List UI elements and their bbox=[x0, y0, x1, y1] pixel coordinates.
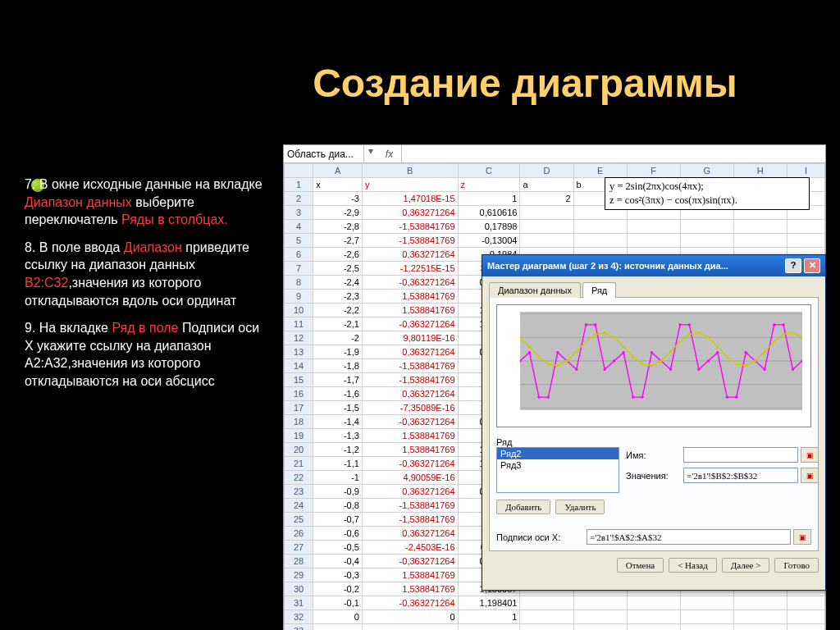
finish-button[interactable]: Готово bbox=[774, 558, 819, 573]
cell[interactable]: 1,538841769 bbox=[362, 304, 458, 317]
row-header[interactable]: 24 bbox=[285, 499, 313, 513]
cell[interactable]: -0,13004 bbox=[458, 234, 520, 248]
cell[interactable]: 9,80119E-16 bbox=[362, 331, 458, 345]
cell[interactable]: -2,5 bbox=[313, 262, 363, 276]
fx-label[interactable]: fx bbox=[377, 145, 402, 162]
cell[interactable]: -2,8 bbox=[313, 220, 363, 234]
cell[interactable]: 1,538841769 bbox=[362, 582, 458, 596]
cell[interactable]: 1 bbox=[458, 610, 520, 624]
cell[interactable]: 1,538841769 bbox=[362, 443, 458, 457]
cancel-button[interactable]: Отмена bbox=[617, 558, 664, 573]
row-header[interactable]: 15 bbox=[285, 373, 313, 387]
close-button[interactable]: ✕ bbox=[804, 258, 820, 273]
cell[interactable] bbox=[458, 624, 520, 631]
cell[interactable]: -0,363271264 bbox=[362, 555, 458, 568]
cell[interactable]: -0,363271264 bbox=[362, 276, 458, 290]
tab-data-range[interactable]: Диапазон данных bbox=[489, 282, 581, 298]
cell[interactable]: a bbox=[520, 178, 573, 192]
cell[interactable]: 1,538841769 bbox=[362, 568, 458, 582]
cell[interactable]: -1,538841769 bbox=[362, 513, 458, 527]
cell[interactable] bbox=[680, 596, 733, 610]
ref-select-icon[interactable]: ▣ bbox=[793, 529, 811, 545]
column-header[interactable]: C bbox=[458, 164, 520, 178]
cell[interactable] bbox=[787, 624, 824, 631]
cell[interactable] bbox=[680, 220, 733, 234]
cell[interactable]: -1,22515E-15 bbox=[362, 262, 458, 276]
row-header[interactable]: 21 bbox=[285, 457, 313, 471]
row-header[interactable]: 7 bbox=[285, 262, 313, 276]
cell[interactable] bbox=[627, 624, 680, 631]
remove-series-button[interactable]: Удалить bbox=[555, 500, 605, 514]
cell[interactable] bbox=[787, 596, 824, 610]
row-header[interactable]: 14 bbox=[285, 359, 313, 373]
row-header[interactable]: 17 bbox=[285, 401, 313, 415]
row-header[interactable]: 26 bbox=[285, 527, 313, 541]
cell[interactable] bbox=[520, 596, 573, 610]
cell[interactable]: -0,3 bbox=[313, 568, 363, 582]
cell[interactable] bbox=[733, 220, 787, 234]
cell[interactable]: -0,8 bbox=[313, 499, 363, 513]
cell[interactable] bbox=[733, 234, 787, 248]
cell[interactable]: -1,1 bbox=[313, 457, 363, 471]
row-header[interactable]: 3 bbox=[285, 206, 313, 220]
cell[interactable]: -2,2 bbox=[313, 304, 363, 317]
cell[interactable]: 1 bbox=[458, 192, 520, 206]
cell[interactable] bbox=[733, 610, 787, 624]
add-series-button[interactable]: Добавить bbox=[496, 500, 550, 514]
cell[interactable]: 0,363271264 bbox=[362, 248, 458, 262]
column-header[interactable]: E bbox=[573, 164, 627, 178]
cell[interactable]: -0,4 bbox=[313, 555, 363, 568]
help-button[interactable]: ? bbox=[785, 258, 801, 273]
cell[interactable]: -1,4 bbox=[313, 415, 363, 429]
column-header[interactable]: D bbox=[520, 164, 573, 178]
cell[interactable]: -1,3 bbox=[313, 429, 363, 443]
cell[interactable]: y bbox=[362, 178, 458, 192]
cell[interactable]: -1,8 bbox=[313, 359, 363, 373]
cell[interactable] bbox=[573, 234, 627, 248]
next-button[interactable]: Далее > bbox=[722, 558, 770, 573]
cell[interactable] bbox=[573, 220, 627, 234]
list-item[interactable]: Ряд3 bbox=[497, 459, 619, 471]
cell[interactable] bbox=[520, 206, 573, 220]
column-header[interactable]: A bbox=[313, 164, 363, 178]
row-header[interactable]: 12 bbox=[285, 331, 313, 345]
row-header[interactable]: 2 bbox=[285, 192, 313, 206]
cell[interactable]: -1,5 bbox=[313, 401, 363, 415]
cell[interactable]: 0,17898 bbox=[458, 220, 520, 234]
cell[interactable]: 0,610616 bbox=[458, 206, 520, 220]
name-box-dropdown-icon[interactable]: ▾ bbox=[364, 145, 377, 162]
cell[interactable] bbox=[313, 624, 363, 631]
cell[interactable]: -2,4503E-16 bbox=[362, 541, 458, 555]
cell[interactable]: -0,363271264 bbox=[362, 596, 458, 610]
cell[interactable]: -0,9 bbox=[313, 485, 363, 499]
cell[interactable]: -2,7 bbox=[313, 234, 363, 248]
cell[interactable]: -1,9 bbox=[313, 345, 363, 359]
row-header[interactable]: 13 bbox=[285, 345, 313, 359]
series-values-input[interactable] bbox=[683, 468, 798, 483]
select-all-cell[interactable] bbox=[285, 164, 313, 178]
cell[interactable]: -0,7 bbox=[313, 513, 363, 527]
cell[interactable] bbox=[362, 624, 458, 631]
ref-select-icon[interactable]: ▣ bbox=[801, 447, 819, 463]
cell[interactable] bbox=[680, 624, 733, 631]
column-header[interactable]: F bbox=[627, 164, 680, 178]
cell[interactable] bbox=[520, 220, 573, 234]
cell[interactable]: z bbox=[458, 178, 520, 192]
row-header[interactable]: 22 bbox=[285, 471, 313, 485]
row-header[interactable]: 9 bbox=[285, 290, 313, 304]
cell[interactable] bbox=[733, 596, 787, 610]
row-header[interactable]: 33 bbox=[285, 624, 313, 631]
cell[interactable]: -0,363271264 bbox=[362, 415, 458, 429]
cell[interactable]: -7,35089E-16 bbox=[362, 401, 458, 415]
column-header[interactable]: I bbox=[787, 164, 824, 178]
cell[interactable]: -1,7 bbox=[313, 373, 363, 387]
cell[interactable]: -1,2 bbox=[313, 443, 363, 457]
cell[interactable] bbox=[627, 610, 680, 624]
cell[interactable]: 0,363271264 bbox=[362, 387, 458, 401]
row-header[interactable]: 31 bbox=[285, 596, 313, 610]
name-box[interactable]: Область диа... bbox=[284, 145, 364, 162]
cell[interactable]: -1,538841769 bbox=[362, 499, 458, 513]
cell[interactable] bbox=[573, 624, 627, 631]
cell[interactable]: 0,363271264 bbox=[362, 527, 458, 541]
row-header[interactable]: 1 bbox=[285, 178, 313, 192]
